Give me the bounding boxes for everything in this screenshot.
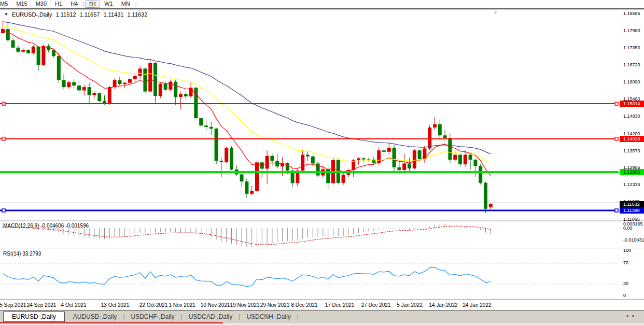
- chart-tabbar: EURUSD-,DailyAUDUSD-,Daily|USDCHF-,Daily…: [0, 310, 644, 323]
- price-tick: 1.18595: [623, 11, 640, 16]
- date-tick: 22 Oct 2021: [139, 302, 167, 308]
- date-tick: 29 Nov 2021: [260, 302, 290, 308]
- date-tick: 5 Jan 2022: [397, 302, 423, 308]
- chart-tab-usdcad[interactable]: USDCAD-,Daily: [183, 312, 239, 321]
- price-tick: 1.17980: [623, 28, 640, 33]
- quote-low: 1.11431: [103, 11, 123, 18]
- date-tick: 24 Jan 2022: [463, 302, 491, 308]
- date-tick: 4 Oct 2021: [61, 302, 87, 308]
- quote-high: 1.11657: [80, 11, 100, 18]
- mt4-window: M5M15M30H1H4|D1W1MN| ▼ EURUSD-,Daily 1.1…: [0, 0, 644, 325]
- tab-divider: |: [297, 313, 299, 320]
- date-tick: 15 Sep 2021: [0, 302, 26, 308]
- chart-tab-eurusd[interactable]: EURUSD-,Daily: [3, 312, 65, 322]
- chart-tab-usdcnh[interactable]: USDCNH-,Daily: [240, 312, 297, 321]
- level-price-badge: 1.11398: [620, 207, 644, 214]
- chart-collapse-icon[interactable]: ▼: [4, 12, 8, 17]
- level-price-badge: 1.12805: [620, 169, 644, 175]
- date-tick: 13 Oct 2021: [101, 302, 129, 308]
- chart-tab-usdchf[interactable]: USDCHF-,Daily: [125, 312, 181, 321]
- quote-close: 1.11632: [127, 11, 147, 18]
- date-tick: 1 Nov 2021: [169, 302, 195, 308]
- chart-shift-marker-icon[interactable]: ▼: [494, 10, 498, 15]
- macd-label: MACD(12,26,9) -0.004606 -0.001596: [3, 223, 89, 229]
- chart-canvas[interactable]: [0, 0, 644, 325]
- rsi-axis-tick: 100: [623, 248, 631, 253]
- price-tick: 1.16720: [623, 62, 640, 67]
- rsi-axis-tick: 70: [623, 260, 628, 265]
- macd-axis-tick: 0.00: [623, 225, 633, 231]
- rsi-label: RSI(14) 33.2793: [3, 251, 41, 257]
- price-tick: 1.16090: [623, 79, 640, 84]
- chart-symbol-title: EURUSD-,Daily: [12, 11, 52, 18]
- price-tick: 1.17350: [623, 45, 640, 50]
- date-tick: 27 Dec 2021: [361, 302, 391, 308]
- price-tick: 1.12325: [623, 182, 640, 187]
- price-tick: 1.13570: [623, 148, 640, 153]
- date-tick: 8 Dec 2021: [291, 302, 317, 308]
- rsi-axis-tick: 0: [623, 293, 626, 298]
- level-price-badge: 1.15314: [620, 101, 644, 107]
- quote-open: 1.11512: [56, 11, 76, 18]
- date-tick: 10 Nov 2021: [201, 302, 230, 308]
- current-price-badge: 1.11632: [620, 201, 644, 207]
- quote-header: ▼ EURUSD-,Daily 1.11512 1.11657 1.11431 …: [4, 11, 147, 18]
- tabs-scroll-left-icon[interactable]: ◂: [626, 313, 633, 318]
- chart-tab-audusd[interactable]: AUDUSD-,Daily: [67, 312, 123, 321]
- rsi-axis-tick: 30: [623, 281, 628, 286]
- date-tick: 24 Sep 2021: [27, 302, 57, 308]
- price-tick: 1.14830: [623, 114, 640, 119]
- date-tick: 14 Jan 2022: [429, 302, 457, 308]
- chart-tabs: EURUSD-,DailyAUDUSD-,Daily|USDCHF-,Daily…: [3, 310, 299, 322]
- macd-axis-tick: -0.010431: [623, 237, 644, 243]
- date-tick: 19 Nov 2021: [230, 302, 260, 308]
- level-price-badge: 1.14028: [620, 136, 644, 142]
- date-tick: 17 Dec 2021: [325, 302, 355, 308]
- tabs-scroll-right-icon[interactable]: ▸: [632, 313, 639, 318]
